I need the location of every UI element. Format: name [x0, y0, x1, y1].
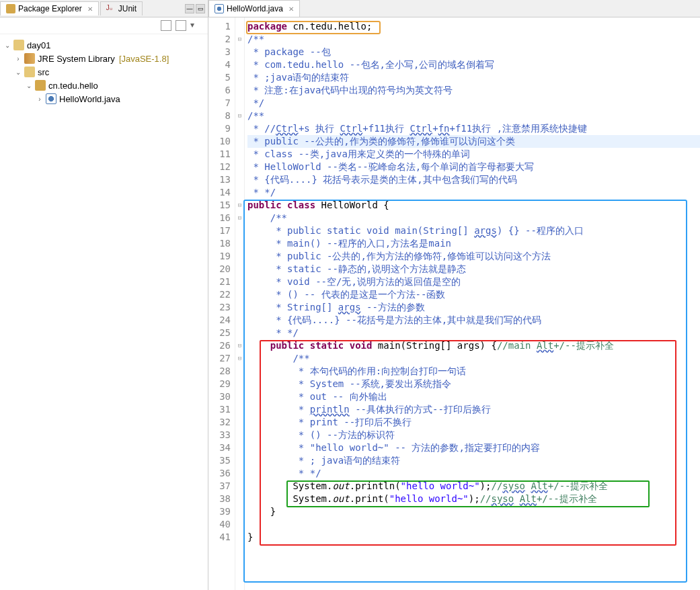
- code-line[interactable]: [247, 518, 700, 531]
- tree-label: HelloWorld.java: [59, 94, 120, 104]
- close-icon[interactable]: ✕: [288, 5, 294, 13]
- fold-marker[interactable]: ⊟: [235, 352, 244, 365]
- package-explorer-icon: [6, 4, 15, 13]
- code-line[interactable]: * static --静态的,说明这个方法就是静态: [247, 263, 700, 276]
- code-line[interactable]: * public static void main(String[] args)…: [247, 224, 700, 237]
- code-line[interactable]: * ; java语句的结束符: [247, 454, 700, 467]
- code-line[interactable]: * ;java语句的结束符: [247, 71, 700, 84]
- code-line[interactable]: * System --系统,要发出系统指令: [247, 378, 700, 390]
- code-line[interactable]: /**: [247, 33, 700, 46]
- maximize-icon[interactable]: ▭: [196, 4, 205, 13]
- editor-tab-label: HelloWorld.java: [227, 4, 283, 13]
- project-icon: [13, 40, 24, 50]
- code-editor[interactable]: 1234567891011121314151617181920212223242…: [208, 17, 700, 590]
- code-line[interactable]: }: [247, 505, 700, 518]
- code-line[interactable]: public class HelloWorld {: [247, 199, 700, 212]
- fold-marker[interactable]: ⊟: [235, 199, 244, 212]
- code-line[interactable]: package cn.tedu.hello;: [247, 20, 700, 33]
- code-line[interactable]: * com.tedu.hello --包名,全小写,公司的域名倒着写: [247, 58, 700, 71]
- code-line[interactable]: /**: [247, 110, 700, 122]
- fold-marker: [235, 390, 244, 403]
- code-line[interactable]: * {代码....} --花括号是方法的主体,其中就是我们写的代码: [247, 314, 700, 327]
- code-area[interactable]: package cn.tedu.hello;/** * package --包 …: [245, 17, 700, 590]
- link-editor-icon[interactable]: [176, 20, 186, 31]
- fold-column: ⊟⊟⊟⊟⊟⊟: [235, 17, 245, 590]
- chevron-right-icon[interactable]: ›: [35, 95, 44, 103]
- tab-label: Package Explorer: [18, 4, 82, 13]
- tab-junit[interactable]: Jᵤ JUnit: [100, 1, 143, 15]
- tree-package[interactable]: ⌄ cn.tedu.hello: [3, 79, 205, 92]
- line-number: 9: [208, 122, 231, 135]
- code-line[interactable]: * () -- 代表的是这是一个方法--函数: [247, 288, 700, 301]
- chevron-down-icon[interactable]: ⌄: [3, 42, 12, 49]
- code-line[interactable]: * "hello world~" -- 方法的参数,指定要打印的内容: [247, 441, 700, 454]
- line-number: 23: [208, 301, 231, 314]
- fold-marker[interactable]: ⊟: [235, 212, 244, 224]
- code-line[interactable]: * {代码....} 花括号表示是类的主体,其中包含我们写的代码: [247, 173, 700, 186]
- code-line[interactable]: /**: [247, 352, 700, 365]
- code-line[interactable]: * print --打印后不换行: [247, 416, 700, 429]
- chevron-down-icon[interactable]: ⌄: [13, 69, 23, 76]
- code-line[interactable]: public static void main(String[] args) {…: [247, 339, 700, 352]
- tree-library[interactable]: › JRE System Library [JavaSE-1.8]: [3, 52, 205, 65]
- minimize-icon[interactable]: —: [185, 4, 194, 13]
- src-folder-icon: [24, 67, 35, 77]
- fold-marker: [235, 314, 244, 327]
- code-line[interactable]: * */: [247, 186, 700, 199]
- code-line[interactable]: * HelloWorld --类名--驼峰命名法,每个单词的首字母都要大写: [247, 161, 700, 173]
- code-line[interactable]: }: [247, 531, 700, 544]
- fold-marker: [235, 365, 244, 378]
- fold-marker: [235, 429, 244, 441]
- line-number: 39: [208, 505, 231, 518]
- package-icon: [35, 80, 46, 91]
- code-line[interactable]: * */: [247, 467, 700, 480]
- tree-src[interactable]: ⌄ src: [3, 65, 205, 79]
- line-number: 40: [208, 518, 231, 531]
- line-number: 35: [208, 454, 231, 467]
- line-number: 27: [208, 352, 231, 365]
- library-suffix: [JavaSE-1.8]: [119, 54, 169, 64]
- code-line[interactable]: * String[] args --方法的参数: [247, 301, 700, 314]
- close-icon[interactable]: ✕: [87, 5, 93, 13]
- code-line[interactable]: * package --包: [247, 46, 700, 58]
- line-number: 4: [208, 58, 231, 71]
- code-line[interactable]: * main() --程序的入口,方法名是main: [247, 237, 700, 250]
- code-line[interactable]: * class --类,java用来定义类的一个特殊的单词: [247, 148, 700, 161]
- code-line[interactable]: * void --空/无,说明方法的返回值是空的: [247, 276, 700, 288]
- code-line[interactable]: * 本句代码的作用:向控制台打印一句话: [247, 365, 700, 378]
- editor-panel: HelloWorld.java ✕ 1234567891011121314151…: [208, 0, 700, 590]
- tree-label: cn.tedu.hello: [48, 81, 98, 91]
- code-line[interactable]: */: [247, 97, 700, 110]
- fold-marker[interactable]: ⊟: [235, 33, 244, 46]
- code-line[interactable]: /**: [247, 212, 700, 224]
- code-line[interactable]: System.out.print("hello world~");//syso …: [247, 493, 700, 505]
- tab-package-explorer[interactable]: Package Explorer ✕: [0, 1, 99, 15]
- fold-marker: [235, 135, 244, 148]
- code-line[interactable]: * public -公共的,作为方法的修饰符,修饰谁可以访问这个方法: [247, 250, 700, 263]
- code-line[interactable]: * 注意:在java代码中出现的符号均为英文符号: [247, 84, 700, 97]
- code-line[interactable]: * public --公共的,作为类的修饰符,修饰谁可以访问这个类: [247, 135, 700, 148]
- fold-marker: [235, 301, 244, 314]
- collapse-all-icon[interactable]: [161, 20, 171, 31]
- line-number: 16: [208, 212, 231, 224]
- chevron-right-icon[interactable]: ›: [13, 55, 23, 62]
- editor-tab-helloworld[interactable]: HelloWorld.java ✕: [208, 0, 300, 17]
- fold-marker: [235, 97, 244, 110]
- code-line[interactable]: * () --方法的标识符: [247, 429, 700, 441]
- fold-marker: [235, 518, 244, 531]
- code-line[interactable]: * out -- 向外输出: [247, 390, 700, 403]
- tree-file[interactable]: › HelloWorld.java: [3, 92, 205, 106]
- line-number: 24: [208, 314, 231, 327]
- fold-marker: [235, 493, 244, 505]
- code-line[interactable]: * println --具体执行的方式--打印后换行: [247, 403, 700, 416]
- fold-marker[interactable]: ⊟: [235, 339, 244, 352]
- view-menu-icon[interactable]: ▾: [190, 20, 201, 31]
- chevron-down-icon[interactable]: ⌄: [24, 82, 34, 89]
- code-line[interactable]: * */: [247, 327, 700, 339]
- code-line[interactable]: * //Ctrl+s 执行 Ctrl+f11执行 Ctrl+fn+f11执行 ,…: [247, 122, 700, 135]
- fold-marker: [235, 327, 244, 339]
- code-line[interactable]: System.out.println("hello world~");//sys…: [247, 480, 700, 493]
- fold-marker: [235, 416, 244, 429]
- fold-marker[interactable]: ⊟: [235, 110, 244, 122]
- tree-project[interactable]: ⌄ day01: [3, 38, 205, 52]
